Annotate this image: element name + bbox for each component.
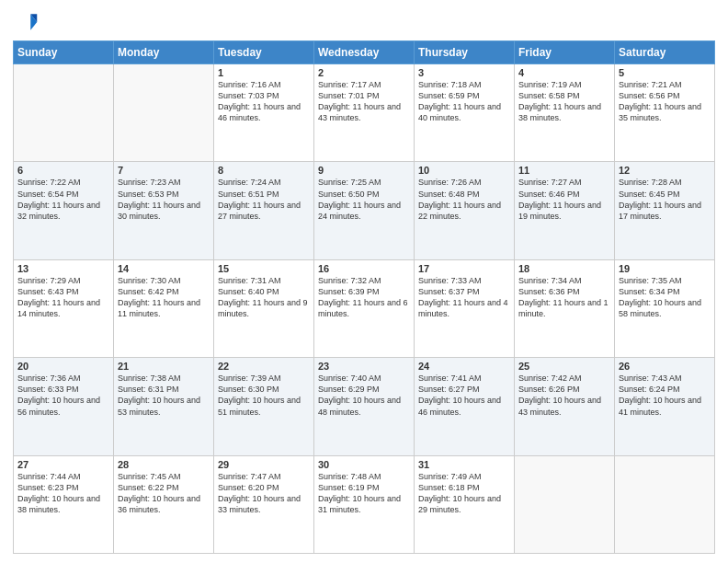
day-number: 11 — [518, 165, 610, 176]
day-info: Sunrise: 7:40 AMSunset: 6:29 PMDaylight:… — [318, 373, 410, 418]
day-info: Sunrise: 7:43 AMSunset: 6:24 PMDaylight:… — [619, 373, 711, 418]
day-info: Sunrise: 7:18 AMSunset: 6:59 PMDaylight:… — [418, 79, 510, 124]
day-number: 6 — [17, 165, 109, 176]
day-info: Sunrise: 7:35 AMSunset: 6:34 PMDaylight:… — [619, 275, 711, 320]
day-number: 1 — [218, 67, 310, 78]
calendar-cell: 20Sunrise: 7:36 AMSunset: 6:33 PMDayligh… — [14, 358, 114, 455]
calendar-cell: 6Sunrise: 7:22 AMSunset: 6:54 PMDaylight… — [14, 162, 114, 259]
day-of-week-monday: Monday — [114, 41, 214, 64]
calendar-cell: 9Sunrise: 7:25 AMSunset: 6:50 PMDaylight… — [314, 162, 415, 259]
day-info: Sunrise: 7:32 AMSunset: 6:39 PMDaylight:… — [318, 275, 410, 320]
day-number: 24 — [418, 361, 510, 372]
calendar-week-row: 1Sunrise: 7:16 AMSunset: 7:03 PMDaylight… — [14, 64, 715, 162]
calendar-cell: 23Sunrise: 7:40 AMSunset: 6:29 PMDayligh… — [314, 358, 415, 455]
day-info: Sunrise: 7:44 AMSunset: 6:23 PMDaylight:… — [17, 471, 109, 516]
day-info: Sunrise: 7:21 AMSunset: 6:56 PMDaylight:… — [619, 79, 711, 124]
calendar: SundayMondayTuesdayWednesdayThursdayFrid… — [13, 40, 715, 554]
day-info: Sunrise: 7:47 AMSunset: 6:20 PMDaylight:… — [218, 471, 310, 516]
calendar-cell: 17Sunrise: 7:33 AMSunset: 6:37 PMDayligh… — [415, 259, 515, 357]
calendar-week-row: 13Sunrise: 7:29 AMSunset: 6:43 PMDayligh… — [14, 259, 715, 357]
day-info: Sunrise: 7:41 AMSunset: 6:27 PMDaylight:… — [418, 373, 510, 418]
calendar-cell: 1Sunrise: 7:16 AMSunset: 7:03 PMDaylight… — [214, 64, 314, 162]
calendar-cell: 2Sunrise: 7:17 AMSunset: 7:01 PMDaylight… — [314, 64, 415, 162]
calendar-cell: 10Sunrise: 7:26 AMSunset: 6:48 PMDayligh… — [415, 162, 515, 259]
day-number: 14 — [118, 263, 210, 274]
logo — [13, 9, 42, 35]
day-number: 20 — [17, 361, 109, 372]
calendar-cell: 12Sunrise: 7:28 AMSunset: 6:45 PMDayligh… — [615, 162, 715, 259]
page: SundayMondayTuesdayWednesdayThursdayFrid… — [0, 0, 728, 563]
day-info: Sunrise: 7:31 AMSunset: 6:40 PMDaylight:… — [218, 275, 310, 320]
day-info: Sunrise: 7:45 AMSunset: 6:22 PMDaylight:… — [118, 471, 210, 516]
day-info: Sunrise: 7:28 AMSunset: 6:45 PMDaylight:… — [619, 177, 711, 222]
day-number: 8 — [218, 165, 310, 176]
calendar-week-row: 6Sunrise: 7:22 AMSunset: 6:54 PMDaylight… — [14, 162, 715, 259]
day-number: 18 — [518, 263, 610, 274]
day-info: Sunrise: 7:42 AMSunset: 6:26 PMDaylight:… — [518, 373, 610, 418]
calendar-cell: 11Sunrise: 7:27 AMSunset: 6:46 PMDayligh… — [515, 162, 615, 259]
day-of-week-sunday: Sunday — [14, 41, 114, 64]
calendar-cell: 29Sunrise: 7:47 AMSunset: 6:20 PMDayligh… — [214, 455, 314, 553]
calendar-header-row: SundayMondayTuesdayWednesdayThursdayFrid… — [14, 41, 715, 64]
day-info: Sunrise: 7:48 AMSunset: 6:19 PMDaylight:… — [318, 471, 410, 516]
calendar-cell: 30Sunrise: 7:48 AMSunset: 6:19 PMDayligh… — [314, 455, 415, 553]
calendar-week-row: 27Sunrise: 7:44 AMSunset: 6:23 PMDayligh… — [14, 455, 715, 553]
day-number: 23 — [318, 361, 410, 372]
calendar-cell: 16Sunrise: 7:32 AMSunset: 6:39 PMDayligh… — [314, 259, 415, 357]
day-number: 25 — [518, 361, 610, 372]
day-number: 31 — [418, 459, 510, 470]
calendar-cell: 4Sunrise: 7:19 AMSunset: 6:58 PMDaylight… — [515, 64, 615, 162]
calendar-cell — [615, 455, 715, 553]
calendar-week-row: 20Sunrise: 7:36 AMSunset: 6:33 PMDayligh… — [14, 358, 715, 455]
day-info: Sunrise: 7:30 AMSunset: 6:42 PMDaylight:… — [118, 275, 210, 320]
calendar-cell — [515, 455, 615, 553]
day-number: 12 — [619, 165, 711, 176]
day-info: Sunrise: 7:33 AMSunset: 6:37 PMDaylight:… — [418, 275, 510, 320]
day-info: Sunrise: 7:24 AMSunset: 6:51 PMDaylight:… — [218, 177, 310, 222]
calendar-cell: 13Sunrise: 7:29 AMSunset: 6:43 PMDayligh… — [14, 259, 114, 357]
logo-icon — [13, 9, 39, 35]
day-number: 10 — [418, 165, 510, 176]
day-info: Sunrise: 7:16 AMSunset: 7:03 PMDaylight:… — [218, 79, 310, 124]
day-of-week-wednesday: Wednesday — [314, 41, 415, 64]
calendar-cell: 14Sunrise: 7:30 AMSunset: 6:42 PMDayligh… — [114, 259, 214, 357]
day-number: 28 — [118, 459, 210, 470]
day-number: 16 — [318, 263, 410, 274]
calendar-cell: 19Sunrise: 7:35 AMSunset: 6:34 PMDayligh… — [615, 259, 715, 357]
calendar-cell: 8Sunrise: 7:24 AMSunset: 6:51 PMDaylight… — [214, 162, 314, 259]
calendar-cell: 21Sunrise: 7:38 AMSunset: 6:31 PMDayligh… — [114, 358, 214, 455]
day-number: 21 — [118, 361, 210, 372]
day-of-week-tuesday: Tuesday — [214, 41, 314, 64]
day-info: Sunrise: 7:49 AMSunset: 6:18 PMDaylight:… — [418, 471, 510, 516]
calendar-cell: 22Sunrise: 7:39 AMSunset: 6:30 PMDayligh… — [214, 358, 314, 455]
day-number: 30 — [318, 459, 410, 470]
calendar-cell: 28Sunrise: 7:45 AMSunset: 6:22 PMDayligh… — [114, 455, 214, 553]
day-info: Sunrise: 7:17 AMSunset: 7:01 PMDaylight:… — [318, 79, 410, 124]
calendar-cell — [114, 64, 214, 162]
day-info: Sunrise: 7:36 AMSunset: 6:33 PMDaylight:… — [17, 373, 109, 418]
day-info: Sunrise: 7:25 AMSunset: 6:50 PMDaylight:… — [318, 177, 410, 222]
day-info: Sunrise: 7:22 AMSunset: 6:54 PMDaylight:… — [17, 177, 109, 222]
calendar-cell: 26Sunrise: 7:43 AMSunset: 6:24 PMDayligh… — [615, 358, 715, 455]
day-number: 27 — [17, 459, 109, 470]
day-number: 26 — [619, 361, 711, 372]
calendar-cell: 27Sunrise: 7:44 AMSunset: 6:23 PMDayligh… — [14, 455, 114, 553]
day-number: 29 — [218, 459, 310, 470]
calendar-cell: 7Sunrise: 7:23 AMSunset: 6:53 PMDaylight… — [114, 162, 214, 259]
calendar-cell: 25Sunrise: 7:42 AMSunset: 6:26 PMDayligh… — [515, 358, 615, 455]
calendar-cell: 3Sunrise: 7:18 AMSunset: 6:59 PMDaylight… — [415, 64, 515, 162]
calendar-cell: 15Sunrise: 7:31 AMSunset: 6:40 PMDayligh… — [214, 259, 314, 357]
day-info: Sunrise: 7:38 AMSunset: 6:31 PMDaylight:… — [118, 373, 210, 418]
calendar-cell: 31Sunrise: 7:49 AMSunset: 6:18 PMDayligh… — [415, 455, 515, 553]
day-number: 2 — [318, 67, 410, 78]
day-number: 5 — [619, 67, 711, 78]
day-number: 15 — [218, 263, 310, 274]
day-info: Sunrise: 7:34 AMSunset: 6:36 PMDaylight:… — [518, 275, 610, 320]
day-of-week-friday: Friday — [515, 41, 615, 64]
calendar-cell: 18Sunrise: 7:34 AMSunset: 6:36 PMDayligh… — [515, 259, 615, 357]
day-number: 9 — [318, 165, 410, 176]
day-info: Sunrise: 7:27 AMSunset: 6:46 PMDaylight:… — [518, 177, 610, 222]
day-number: 22 — [218, 361, 310, 372]
header — [13, 9, 715, 35]
day-info: Sunrise: 7:19 AMSunset: 6:58 PMDaylight:… — [518, 79, 610, 124]
